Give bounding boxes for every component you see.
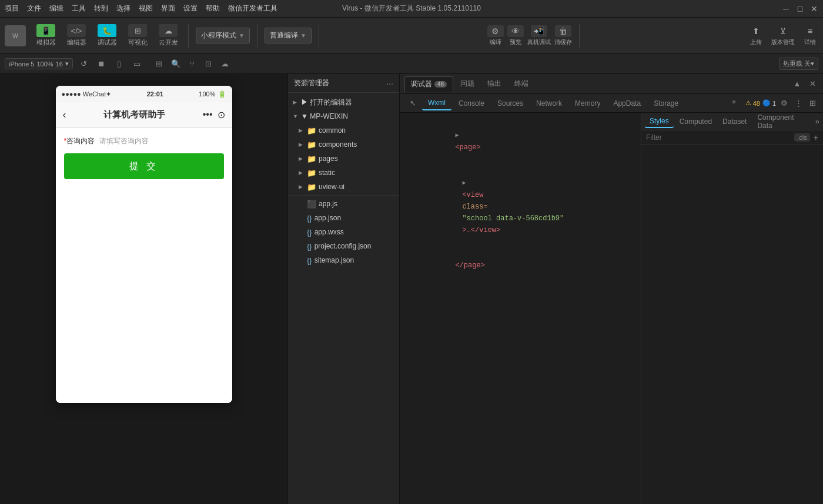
styles-tab-styles[interactable]: Styles <box>645 115 674 128</box>
sub-tab-network[interactable]: Network <box>530 97 568 110</box>
close-button[interactable]: ✕ <box>810 5 818 13</box>
sub-tab-wxml[interactable]: Wxml <box>422 96 451 110</box>
styles-tab-component-data[interactable]: Component Data <box>752 113 814 132</box>
panel-tab-output[interactable]: 输出 <box>481 76 507 91</box>
mp-weixin-label: ▼ MP-WEIXIN <box>301 112 348 120</box>
sub-tab-sources[interactable]: Sources <box>491 97 529 110</box>
target-icon[interactable]: ⊙ <box>218 109 225 120</box>
portrait-button[interactable]: ▯ <box>113 58 126 70</box>
tree-item-appjson[interactable]: {} app.json <box>288 211 399 225</box>
branch-icon[interactable]: ⑂ <box>186 58 199 70</box>
debugger-button[interactable]: 🐛 调试器 <box>94 24 120 47</box>
code-line2-arrow[interactable]: ▶ <box>462 180 466 186</box>
preview-button[interactable]: 👁 预览 <box>507 25 524 46</box>
pages-icon[interactable]: ⊞ <box>153 58 166 70</box>
tree-item-pages[interactable]: ▶ 📁 pages <box>288 152 399 166</box>
menu-view[interactable]: 视图 <box>139 4 153 14</box>
device-zoom: 16 <box>56 61 63 68</box>
detail-button[interactable]: ≡ 详情 <box>802 25 818 46</box>
file-tree-actions[interactable]: ··· <box>386 79 393 88</box>
window-controls[interactable]: ─ □ ✕ <box>782 5 818 13</box>
tree-item-uview-ui[interactable]: ▶ 📁 uview-ui <box>288 180 399 194</box>
sub-tab-more-icon[interactable]: » <box>732 98 736 109</box>
styles-more-icon[interactable]: » <box>815 117 819 126</box>
tree-item-appjs[interactable]: ⬛ app.js <box>288 197 399 211</box>
hot-reload-dropdown[interactable]: 热重载 关▾ <box>779 58 818 70</box>
more-dots-icon[interactable]: ••• <box>203 109 213 120</box>
landscape-button[interactable]: ▭ <box>131 58 143 70</box>
file-tree-more-icon[interactable]: ··· <box>386 79 393 88</box>
editor-button[interactable]: </> 编辑器 <box>63 24 89 47</box>
minimize-button[interactable]: ─ <box>782 5 790 13</box>
mode-dropdown-arrow: ▼ <box>239 32 245 39</box>
panel-tab-terminal[interactable]: 终端 <box>508 76 534 91</box>
menu-goto[interactable]: 转到 <box>94 4 108 14</box>
version-button[interactable]: ⊻ 版本管理 <box>771 25 795 46</box>
styles-tab-dataset[interactable]: Dataset <box>718 116 751 127</box>
tree-item-appwxss[interactable]: {} app.wxss <box>288 225 399 239</box>
real-debug-button[interactable]: 📲 真机调试 <box>527 25 551 46</box>
styles-content <box>641 145 823 504</box>
tree-item-components[interactable]: ▶ 📁 components <box>288 137 399 152</box>
form-input[interactable]: 请填写咨询内容 <box>99 136 223 146</box>
styles-tab-computed[interactable]: Computed <box>675 116 717 127</box>
menu-wechat-devtools[interactable]: 微信开发者工具 <box>228 4 277 14</box>
tree-item-common[interactable]: ▶ 📁 common <box>288 123 399 137</box>
menu-settings[interactable]: 设置 <box>183 4 198 14</box>
compile-dropdown[interactable]: 普通编译 ▼ <box>265 28 312 43</box>
panel-tab-debugger[interactable]: 调试器 48 <box>404 76 453 92</box>
simulator-button[interactable]: 📱 模拟器 <box>33 24 59 47</box>
menu-edit[interactable]: 编辑 <box>49 4 63 14</box>
title-bar: 项目 文件 编辑 工具 转到 选择 视图 界面 设置 帮助 微信开发者工具 Vi… <box>0 0 823 18</box>
panel-tab-issues[interactable]: 问题 <box>454 76 480 91</box>
cloud-button[interactable]: ☁ 云开发 <box>155 24 181 47</box>
menu-project[interactable]: 项目 <box>5 4 19 14</box>
sub-tab-storage[interactable]: Storage <box>648 97 684 110</box>
mp-weixin-item[interactable]: ▼ ▼ MP-WEIXIN <box>288 109 399 123</box>
toolbar-actions-row: ⚙ 编译 👁 预览 📲 真机调试 🗑 清缓存 <box>487 25 572 46</box>
main-layout: ●●●●● WeChat✦ 22:01 100% 🔋 ‹ 计算机考研助手 •••… <box>0 74 823 504</box>
devtools-dock-icon[interactable]: ⊞ <box>807 98 818 109</box>
code-line1-arrow[interactable]: ▶ <box>455 132 459 139</box>
upload-button[interactable]: ⬆ 上传 <box>748 25 764 46</box>
search-icon[interactable]: 🔍 <box>169 58 182 70</box>
devtools-pointer-icon[interactable]: ↖ <box>407 98 419 109</box>
sub-tab-console[interactable]: Console <box>453 97 490 110</box>
mode-dropdown[interactable]: 小程序模式 ▼ <box>196 28 250 43</box>
grid-icon[interactable]: ⊡ <box>202 58 215 70</box>
panel-close-button[interactable]: ✕ <box>807 78 818 90</box>
compile-action-button[interactable]: ⚙ 编译 <box>487 25 504 46</box>
menu-interface[interactable]: 界面 <box>161 4 175 14</box>
tree-item-sitemap[interactable]: {} sitemap.json <box>288 253 399 267</box>
appjson-label: app.json <box>315 214 341 222</box>
err-count: 1 <box>772 100 776 107</box>
preview-icon: 👁 <box>507 25 524 37</box>
cloud-small-icon[interactable]: ☁ <box>219 58 232 70</box>
filter-plus-icon[interactable]: + <box>814 133 818 142</box>
submit-button[interactable]: 提 交 <box>64 153 224 179</box>
tree-item-static[interactable]: ▶ 📁 static <box>288 166 399 180</box>
device-dropdown[interactable]: iPhone 5 100% 16 ▾ <box>5 58 73 69</box>
stop-button[interactable]: ⏹ <box>95 58 108 70</box>
filter-cls-button[interactable]: .cls <box>794 133 810 142</box>
clear-button[interactable]: 🗑 清缓存 <box>554 25 572 46</box>
panel-collapse-up-button[interactable]: ▲ <box>791 78 803 90</box>
tree-item-projectconfig[interactable]: {} project.config.json <box>288 239 399 253</box>
sub-tab-appdata[interactable]: AppData <box>607 97 647 110</box>
upload-icon: ⬆ <box>748 25 764 37</box>
settings-gear-icon[interactable]: ⚙ <box>778 98 790 109</box>
menu-bar[interactable]: 项目 文件 编辑 工具 转到 选择 视图 界面 设置 帮助 微信开发者工具 <box>5 4 277 14</box>
menu-tools[interactable]: 工具 <box>72 4 86 14</box>
open-editors-item[interactable]: ▶ ▶ 打开的编辑器 <box>288 95 399 109</box>
rotate-button[interactable]: ↺ <box>78 58 91 70</box>
filter-input[interactable] <box>646 133 791 142</box>
menu-file[interactable]: 文件 <box>27 4 41 14</box>
visualize-button[interactable]: ⊞ 可视化 <box>125 24 150 47</box>
menu-help[interactable]: 帮助 <box>206 4 220 14</box>
styles-tabs: Styles Computed Dataset Component Data » <box>641 113 823 130</box>
back-button[interactable]: ‹ <box>63 109 66 121</box>
sub-tab-memory[interactable]: Memory <box>569 97 606 110</box>
menu-select[interactable]: 选择 <box>116 4 131 14</box>
maximize-button[interactable]: □ <box>796 5 804 13</box>
devtools-more-icon[interactable]: ⋮ <box>792 98 804 109</box>
